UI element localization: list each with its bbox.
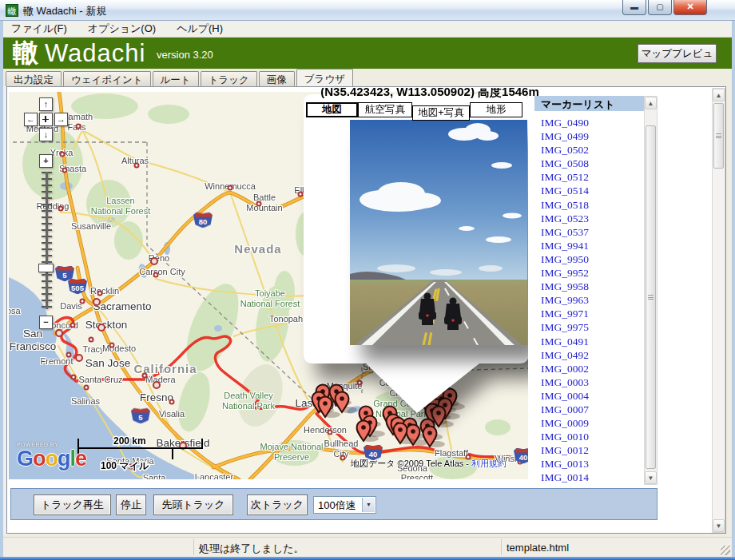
track-play-button[interactable]: トラック再生 (34, 494, 111, 515)
marker-list-item[interactable]: IMG_0009 (534, 417, 644, 431)
menu-options[interactable]: オプション(O) (88, 22, 156, 36)
attribution-text: 地図データ ©2009 Tele Atlas - (351, 459, 471, 468)
marker-list-item[interactable]: IMG_0499 (534, 130, 644, 144)
dropdown-arrow-icon[interactable]: ▼ (362, 498, 375, 512)
zoom-out-button[interactable]: − (39, 316, 53, 329)
zoom-in-button[interactable]: + (39, 154, 53, 168)
marker-list-item[interactable]: IMG_9952 (534, 267, 644, 280)
map-canvas[interactable]: KlamathFallsMedfordAlturasYrekaShastaRed… (9, 92, 528, 479)
marker-list-scrollbar[interactable]: ▲ ▼ (644, 96, 658, 485)
tab-tracks[interactable]: トラック (201, 71, 257, 86)
marker-list-item[interactable]: IMG_0508 (534, 157, 644, 171)
zoom-slider-track[interactable] (42, 172, 52, 309)
maptype-satellite-button[interactable]: 航空写真 (358, 102, 412, 117)
marker-list-item[interactable]: IMG_0512 (534, 171, 644, 185)
window-border-bottom (0, 557, 735, 560)
zoom-slider-thumb[interactable] (38, 264, 54, 272)
marker-list-item[interactable]: IMG_0012 (534, 444, 644, 458)
window-border-right (732, 21, 735, 557)
marker-list-item[interactable]: IMG_9971 (534, 308, 644, 321)
scroll-down-arrow[interactable]: ▼ (713, 519, 725, 532)
marker-list-item[interactable]: IMG_0518 (534, 199, 644, 212)
scale-km-label: 200 km (113, 435, 146, 447)
browser-panel: KlamathFallsMedfordAlturasYrekaShastaRed… (6, 86, 726, 534)
tab-routes[interactable]: ルート (153, 71, 199, 86)
close-button[interactable]: ✕ (673, 0, 707, 15)
app-version: version 3.20 (157, 49, 213, 61)
playback-control-bar: トラック再生 停止 先頭トラック 次トラック 100倍速 ▼ (10, 488, 658, 520)
marker-list-header: マーカーリスト (534, 96, 644, 111)
google-logo-letter: e (75, 447, 86, 471)
marker-list-item[interactable]: IMG_9941 (534, 240, 644, 253)
maptype-hybrid-button[interactable]: 地図+写真 (412, 105, 470, 121)
google-logo[interactable]: POWERED BY Google (17, 442, 86, 470)
pan-down-button[interactable]: ↓ (39, 128, 53, 141)
marker-list-item[interactable]: IMG_0537 (534, 226, 644, 240)
status-bar: 処理は終了しました。 template.html (3, 537, 732, 557)
stop-button[interactable]: 停止 (116, 494, 146, 515)
pan-left-button[interactable]: ← (24, 113, 38, 126)
tab-output-settings[interactable]: 出力設定 (6, 71, 62, 86)
tab-browser[interactable]: ブラウザ (296, 69, 353, 86)
pan-up-button[interactable]: ↑ (39, 97, 53, 111)
marker-list-item[interactable]: IMG_0002 (534, 363, 644, 376)
marker-list-item[interactable]: IMG_0007 (534, 403, 644, 417)
window-title: 轍 Wadachi - 新規 (23, 4, 106, 18)
terms-link[interactable]: 利用規約 (471, 459, 507, 468)
tab-bar: 出力設定 ウェイポイント ルート トラック 画像 ブラウザ (3, 69, 732, 86)
work-area-gap (726, 86, 732, 534)
google-logo-letter: g (58, 447, 70, 471)
marker-list-item[interactable]: IMG_0502 (534, 144, 644, 157)
panel-scrollbar[interactable]: ▲ ▼ (712, 88, 725, 533)
next-track-button[interactable]: 次トラック (247, 494, 308, 515)
marker-list-item[interactable]: IMG_9975 (534, 321, 644, 335)
marker-list-item[interactable]: IMG_0523 (534, 212, 644, 226)
scroll-down-arrow[interactable]: ▼ (645, 471, 657, 484)
tab-images[interactable]: 画像 (259, 71, 295, 86)
marker-list-item[interactable]: IMG_0490 (534, 117, 644, 130)
resize-grip[interactable] (721, 546, 730, 555)
status-message: 処理は終了しました。 (193, 539, 501, 555)
scale-miles-label: 100 マイル (101, 460, 149, 471)
scrollbar-thumb[interactable] (646, 125, 656, 469)
marker-list-item[interactable]: IMG_0013 (534, 458, 644, 471)
menu-help[interactable]: ヘルプ(H) (177, 22, 223, 36)
google-logo-letter: G (17, 447, 33, 471)
status-template-file: template.html (501, 539, 726, 555)
marker-list-item[interactable]: IMG_0004 (534, 390, 644, 403)
minimize-button[interactable]: ▬ (622, 0, 646, 15)
first-track-button[interactable]: 先頭トラック (153, 494, 233, 515)
marker-list-item[interactable]: IMG_0491 (534, 336, 644, 349)
pan-center-button[interactable] (39, 113, 53, 126)
marker-list-item[interactable]: IMG_0492 (534, 349, 644, 363)
map-preview-button[interactable]: マッププレビュー (638, 44, 717, 63)
photo-marker-pin[interactable] (336, 392, 358, 414)
app-logo-kanji: 轍 (13, 38, 38, 69)
scroll-up-arrow[interactable]: ▲ (645, 97, 657, 109)
marker-list-item[interactable]: IMG_9958 (534, 280, 644, 294)
marker-list: IMG_0490IMG_0499IMG_0502IMG_0508IMG_0512… (534, 117, 644, 486)
maptype-map-button[interactable]: 地図 (306, 102, 358, 117)
menu-file[interactable]: ファイル(F) (11, 22, 67, 36)
title-bar[interactable]: 轍 轍 Wadachi - 新規 ▬ ▢ ✕ (0, 0, 735, 21)
coordinate-readout: (N35.423423, W113.050902) 高度1546m (310, 88, 550, 100)
marker-list-item[interactable]: IMG_9963 (534, 294, 644, 308)
app-window: 轍 轍 Wadachi - 新規 ▬ ▢ ✕ ファイル(F) オプション(O) … (0, 0, 735, 560)
marker-list-item[interactable]: IMG_0010 (534, 431, 644, 444)
pan-right-button[interactable]: → (54, 113, 68, 126)
maptype-terrain-button[interactable]: 地形 (470, 102, 522, 117)
tab-waypoints[interactable]: ウェイポイント (63, 71, 151, 86)
speed-select[interactable]: 100倍速 ▼ (313, 496, 376, 514)
browser-page: KlamathFallsMedfordAlturasYrekaShastaRed… (8, 88, 712, 533)
google-wordmark: Google (17, 447, 86, 471)
menu-bar: ファイル(F) オプション(O) ヘルプ(H) (3, 21, 732, 38)
maximize-button[interactable]: ▢ (648, 0, 672, 15)
speed-select-value: 100倍速 (318, 498, 356, 513)
marker-list-item[interactable]: IMG_9950 (534, 253, 644, 267)
marker-list-item[interactable]: IMG_0014 (534, 471, 644, 485)
marker-list-item[interactable]: IMG_0003 (534, 376, 644, 390)
marker-list-item[interactable]: IMG_0514 (534, 185, 644, 198)
scrollbar-thumb[interactable] (713, 103, 724, 169)
google-logo-letter: o (46, 447, 58, 471)
scroll-up-arrow[interactable]: ▲ (713, 89, 725, 101)
